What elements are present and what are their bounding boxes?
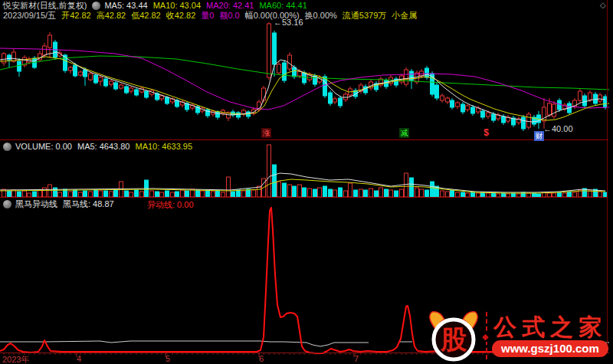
watermark-site-url: www.gszj100.com: [492, 340, 608, 357]
volume-bar: [74, 190, 77, 197]
main-chart-header: 悦安新材(日线,前复权)MA5: 43.44MA10: 43.04MA20: 4…: [3, 1, 313, 10]
volume-bar: [94, 190, 98, 197]
header-token: 开42.82: [61, 11, 91, 20]
candle-body: [175, 100, 179, 107]
volume-bar: [359, 189, 363, 197]
volume-bar: [400, 189, 404, 197]
volume-bar: [69, 192, 73, 197]
volume-bar: [216, 191, 220, 197]
volume-bar: [201, 191, 205, 197]
candle-body: [43, 46, 47, 55]
header-token: 2023/09/15/五: [3, 11, 56, 20]
bull-stock-logo: 股: [425, 309, 483, 362]
candle-body: [405, 70, 408, 84]
volume-bar: [211, 192, 215, 197]
x-axis-label: 6: [259, 354, 264, 363]
x-axis-label: 4: [77, 354, 81, 363]
quote-info-line: 2023/09/15/五开42.82高42.82低42.82收42.82量0额0…: [3, 11, 422, 20]
candle-body: [288, 55, 292, 69]
volume-bar: [166, 191, 169, 197]
candle-body: [273, 33, 277, 64]
candle-body: [267, 24, 271, 77]
volume-bar: [277, 182, 281, 197]
watermark-divider: ◆: [484, 312, 489, 359]
volume-bar: [252, 190, 256, 197]
volume-bar: [431, 182, 434, 197]
volume-bar: [379, 188, 383, 197]
main-candlestick-chart[interactable]: [0, 0, 613, 140]
volume-bar: [410, 178, 414, 197]
volume-bar: [441, 191, 444, 197]
volume-bar: [8, 191, 11, 197]
candle-body: [262, 88, 266, 100]
volume-bar: [369, 189, 373, 197]
volume-bar: [89, 192, 93, 197]
header-token: 高42.82: [97, 11, 126, 20]
low-price-label: ←40.00: [543, 124, 573, 133]
candle-body: [471, 107, 475, 113]
pane-collapse-icon[interactable]: [3, 143, 11, 151]
rise-signal-badge: 涨: [261, 128, 271, 138]
volume-bar: [323, 186, 327, 197]
candle-body: [425, 68, 429, 77]
peak-price-label: ←53.16: [274, 18, 303, 27]
volume-bar: [385, 189, 388, 197]
header-token: 收42.82: [166, 11, 196, 20]
pane-collapse-icon[interactable]: [3, 200, 11, 208]
candle-body: [129, 88, 133, 91]
volume-bar: [568, 192, 572, 197]
volume-bar: [405, 173, 408, 197]
candle-body: [522, 117, 526, 129]
volume-header: VOLUME: 0.00MA5: 4643.80MA10: 4633.95: [3, 142, 198, 151]
pane-collapse-icon[interactable]: [92, 2, 100, 10]
candle-body: [487, 113, 490, 116]
candle-body: [329, 93, 333, 103]
pane-separator: [0, 139, 608, 140]
volume-bar: [196, 190, 200, 197]
header-token: 量0: [201, 11, 214, 20]
candle-body: [18, 61, 21, 71]
logo-char: 股: [440, 326, 467, 354]
candle-body: [548, 103, 552, 115]
header-token: 黑马线: 48.87: [63, 199, 114, 208]
candle-body: [104, 79, 108, 86]
header-token: MA10: 43.04: [153, 1, 201, 10]
volume-bar: [247, 189, 251, 197]
candle-body: [451, 100, 454, 107]
volume-bar: [293, 186, 297, 197]
volume-bar: [43, 188, 47, 197]
volume-bar: [283, 183, 287, 197]
reduce-signal-badge: 减: [399, 128, 409, 138]
candle-body: [277, 64, 281, 73]
indicator-alert-value: 异动线: 0.00: [147, 199, 194, 211]
header-token: 低42.82: [131, 11, 161, 20]
candle-body: [552, 104, 556, 116]
volume-bar: [267, 145, 271, 197]
volume-bar: [415, 188, 419, 197]
volume-bar: [308, 189, 312, 197]
volume-bar: [303, 188, 306, 197]
volume-bar: [23, 191, 27, 197]
volume-bar: [273, 165, 277, 197]
x-axis-label: 2023年: [2, 354, 29, 364]
candle-body: [135, 90, 139, 95]
divider-diamond-icon: ◆: [482, 332, 488, 342]
volume-bar: [364, 190, 368, 197]
candle-body: [283, 63, 287, 80]
stock-app-window: 悦安新材(日线,前复权)MA5: 43.44MA10: 43.04MA20: 4…: [0, 0, 613, 364]
volume-bar: [140, 192, 144, 197]
site-watermark: 股 ◆ 公式之家 www.gszj100.com: [425, 309, 611, 362]
volume-bar: [451, 190, 454, 197]
candle-body: [461, 104, 465, 112]
candle-body: [89, 74, 93, 80]
volume-bar: [318, 188, 322, 197]
volume-bar: [99, 191, 103, 197]
volume-bar: [150, 191, 154, 197]
volume-bar: [375, 191, 379, 197]
candle-body: [293, 67, 297, 77]
header-token: 换0.00%: [305, 11, 337, 20]
volume-bar: [349, 183, 352, 197]
volume-bar: [257, 186, 261, 197]
header-token: 额0.0: [219, 11, 239, 20]
header-token: 悦安新材(日线,前复权): [3, 1, 87, 10]
